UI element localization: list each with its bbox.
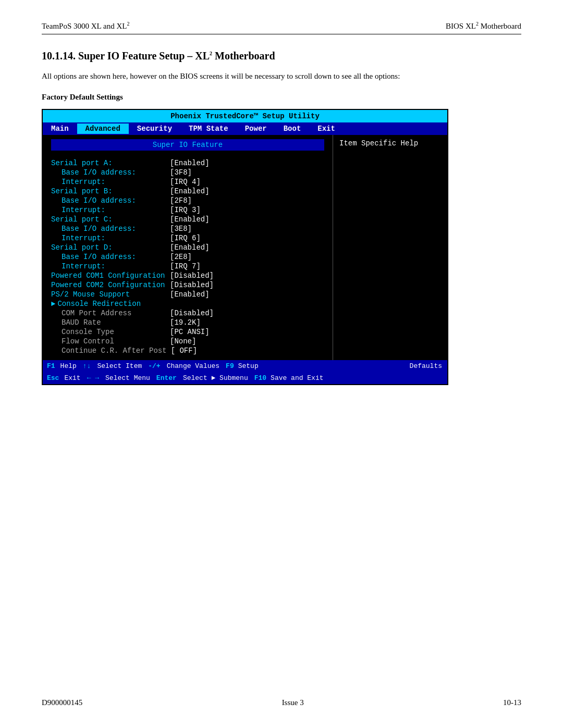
bios-value-serial-a: [Enabled]: [170, 159, 210, 167]
status-label-exit: Exit: [60, 374, 84, 382]
bios-row-interrupt-c: Interrupt: [IRQ 6]: [51, 234, 324, 242]
header-right: BIOS XL2 Motherboard: [446, 21, 521, 31]
bios-label-com1[interactable]: Powered COM1 Configuration: [51, 272, 166, 280]
bios-label-base-io-a[interactable]: Base I/O address:: [51, 168, 166, 177]
bios-value-interrupt-b: [IRQ 3]: [170, 206, 201, 214]
bios-menu-power[interactable]: Power: [237, 124, 275, 134]
page: TeamPoS 3000 XL and XL2 BIOS XL2 Motherb…: [0, 0, 563, 728]
bios-value-serial-d: [Enabled]: [170, 243, 210, 252]
bios-row-console-type: Console Type [PC ANSI]: [51, 328, 324, 336]
bios-label-serial-c[interactable]: Serial port C:: [51, 215, 166, 224]
bios-value-serial-b: [Enabled]: [170, 187, 210, 195]
bios-label-com2[interactable]: Powered COM2 Configuration: [51, 281, 166, 289]
status-key-minus-plus: -/+: [146, 362, 162, 371]
bios-content-area: Super IO Feature Serial port A: [Enabled…: [43, 135, 447, 360]
page-footer: D900000145 Issue 3 10-13: [42, 683, 521, 707]
status-label-defaults: Defaults: [408, 362, 444, 371]
bios-label-console-redirect[interactable]: Console Redirection: [57, 300, 162, 308]
bios-value-base-io-a: [3F8]: [170, 168, 192, 177]
bios-label-base-io-c[interactable]: Base I/O address:: [51, 225, 166, 233]
bios-row-serial-a: Serial port A: [Enabled]: [51, 159, 324, 167]
bios-row-serial-c: Serial port C: [Enabled]: [51, 215, 324, 224]
bios-value-ps2: [Enabled]: [170, 290, 210, 299]
bios-value-interrupt-c: [IRQ 6]: [170, 234, 201, 242]
bios-label-base-io-b[interactable]: Base I/O address:: [51, 196, 166, 205]
bios-menu-security[interactable]: Security: [129, 124, 180, 134]
body-text: All options are shown here, however on t…: [42, 70, 521, 82]
bios-menu-main[interactable]: Main: [43, 124, 77, 134]
arrow-icon: ►: [51, 300, 55, 308]
bios-help-panel: Item Specific Help: [333, 135, 447, 360]
header-left-text: TeamPoS 3000 XL and XL: [42, 22, 127, 30]
bios-row-interrupt-a: Interrupt: [IRQ 4]: [51, 178, 324, 186]
bios-status-bar-2: Esc Exit ← → Select Menu Enter Select ► …: [43, 372, 447, 384]
bios-menu-boot[interactable]: Boot: [275, 124, 310, 134]
bios-main-panel: Super IO Feature Serial port A: [Enabled…: [43, 135, 333, 360]
bios-label-serial-a[interactable]: Serial port A:: [51, 159, 166, 167]
status-key-lr-arrows: ← →: [85, 374, 101, 382]
bios-label-ps2[interactable]: PS/2 Mouse Support: [51, 290, 166, 299]
bios-label-interrupt-c[interactable]: Interrupt:: [51, 234, 166, 242]
bios-row-console-redirect: ► Console Redirection: [51, 300, 324, 308]
bios-value-com2: [Disabled]: [170, 281, 214, 289]
bios-row-com1: Powered COM1 Configuration [Disabled]: [51, 272, 324, 280]
bios-value-interrupt-a: [IRQ 4]: [170, 178, 201, 186]
bios-row-base-io-c: Base I/O address: [3E8]: [51, 225, 324, 233]
bios-value-interrupt-d: [IRQ 7]: [170, 262, 201, 270]
header-left-sup: 2: [127, 21, 129, 27]
bios-label-interrupt-d[interactable]: Interrupt:: [51, 262, 166, 270]
bios-label-base-io-d[interactable]: Base I/O address:: [51, 253, 166, 261]
bios-label-interrupt-a[interactable]: Interrupt:: [51, 178, 166, 186]
status-key-esc: Esc: [46, 374, 60, 382]
bios-title-bar: Phoenix TrustedCore™ Setup Utility: [43, 110, 447, 122]
status-key-f9: F9: [224, 362, 236, 371]
bios-row-com2: Powered COM2 Configuration [Disabled]: [51, 281, 324, 289]
bios-screen: Phoenix TrustedCore™ Setup Utility Main …: [42, 109, 448, 385]
page-header: TeamPoS 3000 XL and XL2 BIOS XL2 Motherb…: [42, 21, 521, 34]
bios-label-console-type[interactable]: Console Type: [51, 328, 166, 336]
status-label-select-item: Select Item: [93, 362, 146, 371]
bios-row-serial-b: Serial port B: [Enabled]: [51, 187, 324, 195]
bios-label-continue-cr[interactable]: Continue C.R. After Post: [51, 347, 167, 355]
bios-label-serial-b[interactable]: Serial port B:: [51, 187, 166, 195]
status-label-change-values: Change Values: [163, 362, 224, 371]
status-label-setup: Setup: [236, 362, 261, 371]
status-key-f10: F10: [252, 374, 268, 382]
bios-row-com-port: COM Port Address [Disabled]: [51, 309, 324, 317]
bios-value-flow-control: [None]: [170, 337, 196, 346]
status-label-select-submenu: Select ► Submenu: [179, 374, 252, 382]
header-left: TeamPoS 3000 XL and XL2: [42, 21, 129, 31]
bios-row-base-io-a: Base I/O address: [3F8]: [51, 168, 324, 177]
footer-center: Issue 3: [282, 698, 304, 707]
bios-help-title: Item Specific Help: [339, 139, 441, 147]
bios-label-baud[interactable]: BAUD Rate: [51, 318, 166, 327]
bios-value-com1: [Disabled]: [170, 272, 214, 280]
bios-menu-tpmstate[interactable]: TPM State: [180, 124, 237, 134]
status-key-arrows: ↑↓: [81, 362, 93, 371]
footer-left: D900000145: [42, 698, 82, 707]
bios-menu-exit[interactable]: Exit: [309, 124, 344, 134]
bios-value-base-io-b: [2F8]: [170, 196, 192, 205]
footer-right: 10-13: [503, 698, 521, 707]
bios-value-console-type: [PC ANSI]: [170, 328, 210, 336]
status-label-save-exit: Save and Exit: [268, 374, 325, 382]
status-key-enter: Enter: [154, 374, 179, 382]
bios-value-continue-cr: [ OFF]: [171, 347, 197, 355]
status-label-select-menu: Select Menu: [101, 374, 154, 382]
bios-label-interrupt-b[interactable]: Interrupt:: [51, 206, 166, 214]
subsection-title: Factory Default Settings: [42, 93, 521, 102]
status-key-f1: F1: [46, 362, 56, 371]
bios-panel-title: Super IO Feature: [51, 139, 324, 151]
bios-label-serial-d[interactable]: Serial port D:: [51, 243, 166, 252]
bios-value-base-io-d: [2E8]: [170, 253, 192, 261]
bios-menu-advanced[interactable]: Advanced: [77, 124, 129, 134]
bios-label-com-port[interactable]: COM Port Address: [51, 309, 166, 317]
bios-value-baud: [19.2K]: [170, 318, 201, 327]
bios-menu-bar: Main Advanced Security TPM State Power B…: [43, 122, 447, 135]
bios-value-base-io-c: [3E8]: [170, 225, 192, 233]
bios-label-flow-control[interactable]: Flow Control: [51, 337, 166, 346]
bios-row-base-io-d: Base I/O address: [2E8]: [51, 253, 324, 261]
status-label-help: Help: [56, 362, 81, 371]
bios-value-com-port: [Disabled]: [170, 309, 214, 317]
section-title: 10.1.14. Super IO Feature Setup – XL2 Mo…: [42, 50, 521, 62]
